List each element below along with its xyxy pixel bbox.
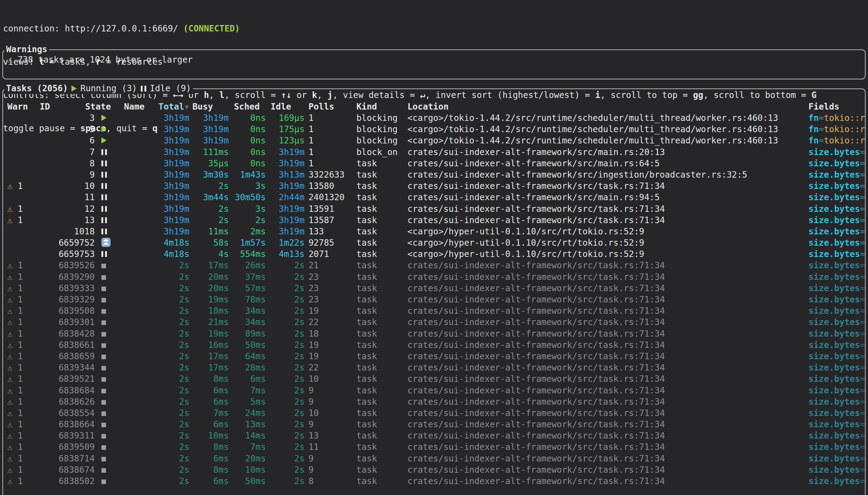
column-header-busy[interactable]: Busy: [193, 101, 213, 113]
task-idle-time: 2s: [271, 442, 304, 453]
task-fields: size.bytes=: [808, 192, 867, 203]
task-row[interactable]: ⚠ 1 6838664 2s 6ms 13ms 2s 9 task crates…: [3, 419, 865, 430]
column-header-sched[interactable]: Sched: [234, 101, 260, 113]
task-state: [101, 453, 120, 464]
task-total-time: 2s: [153, 476, 189, 487]
task-row[interactable]: ⚠ 1 6838428 2s 19ms 89ms 2s 18 task crat…: [3, 328, 865, 340]
task-fields: size.bytes=: [808, 158, 867, 169]
column-header-id[interactable]: ID: [40, 101, 50, 113]
task-idle-time: 3h19m: [271, 215, 304, 226]
task-row[interactable]: ⚠ 1 6839526 2s 17ms 26ms 2s 21 task crat…: [3, 260, 865, 271]
warning-triangle-icon: ⚠: [7, 55, 13, 65]
task-row[interactable]: ⚠ 5 3h19m 3h19m 0ns 175µs 1 blocking <ca…: [3, 124, 865, 135]
task-busy-time: 11ms: [193, 226, 229, 237]
task-row[interactable]: ⚠ 6659753 4m18s 4s 554ms 4m13s 2071 task…: [3, 249, 865, 260]
task-polls: 9: [308, 396, 354, 408]
task-fields: size.bytes=: [808, 294, 867, 306]
task-row[interactable]: ⚠ 1 6838659 2s 17ms 64ms 2s 19 task crat…: [3, 351, 865, 362]
task-location: crates/sui-indexer-alt-framework/src/tas…: [407, 430, 807, 442]
task-polls: 9: [308, 385, 354, 396]
task-kind: block_on: [356, 147, 407, 158]
task-row[interactable]: ⚠ 1 13 3h19m 2s 2s 3h19m 13587 task crat…: [3, 215, 865, 226]
task-sched-time: 7ms: [234, 385, 266, 396]
column-header-state[interactable]: State: [85, 101, 111, 113]
row-warning-count: 1: [18, 374, 23, 384]
column-header-polls[interactable]: Polls: [308, 101, 354, 113]
task-row[interactable]: ⚠ 1 6839521 2s 8ms 6ms 2s 10 task crates…: [3, 374, 865, 385]
task-location: <cargo>/tokio-1.44.2/src/runtime/schedul…: [407, 113, 807, 124]
task-idle-time: 123µs: [271, 135, 304, 147]
task-row[interactable]: ⚠ 3 3h19m 3h19m 0ns 169µs 1 blocking <ca…: [3, 113, 865, 124]
task-state: [101, 374, 120, 385]
task-state: [101, 464, 120, 476]
task-busy-time: 20ms: [193, 283, 229, 294]
task-busy-time: 2s: [193, 215, 229, 226]
task-row[interactable]: ⚠ 1 12 3h19m 2s 3s 3h19m 13591 task crat…: [3, 204, 865, 215]
task-row[interactable]: ⚠ 8 3h19m 35µs 0ns 3h19m 1 task crates/s…: [3, 158, 865, 169]
task-fields: fn=tokio::r: [808, 124, 867, 135]
task-state: [101, 272, 120, 283]
column-header-idle[interactable]: Idle: [271, 101, 291, 113]
woken-up-arrows-icon: [101, 238, 111, 247]
task-row[interactable]: ⚠ 1 6839508 2s 18ms 34ms 2s 19 task crat…: [3, 306, 865, 317]
task-idle-time: 2s: [271, 396, 304, 408]
task-id: 6838684: [37, 385, 95, 396]
row-warning-count: 1: [18, 340, 23, 350]
task-row[interactable]: ⚠ 1 6838502 2s 6ms 50ms 2s 8 task crates…: [3, 476, 865, 487]
task-state: [101, 396, 120, 408]
task-state: [101, 430, 120, 442]
row-warning-count: 1: [18, 442, 23, 452]
task-row[interactable]: ⚠ 1 6839333 2s 20ms 57ms 2s 23 task crat…: [3, 283, 865, 294]
stop-square-icon: [101, 411, 106, 416]
column-header-warn[interactable]: Warn: [7, 101, 28, 113]
task-busy-time: 8ms: [193, 442, 229, 453]
task-id: 12: [37, 204, 95, 215]
task-row[interactable]: ⚠ 11 3h19m 3m44s 30m50s 2h44m 2401320 ta…: [3, 192, 865, 203]
column-header-location[interactable]: Location: [407, 101, 807, 113]
task-sched-time: 20ms: [234, 453, 266, 464]
task-polls: 19: [308, 306, 354, 317]
task-row[interactable]: ⚠ 1 10 3h19m 2s 3s 3h19m 13580 task crat…: [3, 181, 865, 192]
task-row[interactable]: ⚠ 1 6838661 2s 16ms 50ms 2s 19 task crat…: [3, 340, 865, 351]
task-row[interactable]: ⚠ 7 3h19m 111ms 0ns 3h19m 1 block_on cra…: [3, 147, 865, 158]
task-row[interactable]: ⚠ 1 6838714 2s 6ms 20ms 2s 9 task crates…: [3, 453, 865, 464]
task-total-time: 2s: [153, 442, 189, 453]
column-header-kind[interactable]: Kind: [356, 101, 407, 113]
task-row[interactable]: ⚠ 1 6839290 2s 20ms 37ms 2s 23 task crat…: [3, 272, 865, 283]
task-row[interactable]: ⚠ 1 6838554 2s 7ms 24ms 2s 10 task crate…: [3, 408, 865, 419]
task-idle-time: 2s: [271, 306, 304, 317]
task-idle-time: 2s: [271, 340, 304, 351]
task-row[interactable]: ⚠ 1 6839311 2s 10ms 14ms 2s 13 task crat…: [3, 430, 865, 442]
task-location: crates/sui-indexer-alt-framework/src/tas…: [407, 283, 807, 294]
task-total-time: 2s: [153, 272, 189, 283]
task-idle-time: 2s: [271, 260, 304, 271]
task-row[interactable]: ⚠ 9 3h19m 3m30s 1m43s 3h13m 3322633 task…: [3, 169, 865, 181]
task-kind: task: [356, 204, 407, 215]
task-row[interactable]: ⚠ 1 6839509 2s 8ms 7ms 2s 11 task crates…: [3, 442, 865, 453]
column-header-name[interactable]: Name: [124, 101, 145, 113]
task-row[interactable]: ⚠ 1018 3h19m 11ms 2ms 3h19m 133 task <ca…: [3, 226, 865, 237]
task-sched-time: 50ms: [234, 476, 266, 487]
column-header-total-sorted[interactable]: Total▿: [153, 101, 189, 113]
warning-text: 738 tasks are 1024 bytes or larger: [18, 55, 193, 65]
task-row[interactable]: ⚠ 1 6838626 2s 6ms 5ms 2s 9 task crates/…: [3, 396, 865, 408]
task-sched-time: 2s: [234, 215, 266, 226]
task-row[interactable]: ⚠ 1 6839301 2s 21ms 34ms 2s 22 task crat…: [3, 317, 865, 328]
task-row[interactable]: ⚠ 1 6838684 2s 6ms 7ms 2s 9 task crates/…: [3, 385, 865, 396]
task-sched-time: 0ns: [234, 124, 266, 135]
task-idle-time: 3h19m: [271, 226, 304, 237]
task-row[interactable]: ⚠ 1 6838674 2s 8ms 10ms 2s 9 task crates…: [3, 464, 865, 476]
column-header-fields[interactable]: Fields: [808, 101, 867, 113]
task-id: 6838554: [37, 408, 95, 419]
task-row[interactable]: ⚠ 1 6839344 2s 17ms 28ms 2s 22 task crat…: [3, 362, 865, 374]
task-fields: size.bytes=: [808, 249, 867, 260]
task-idle-time: 2s: [271, 464, 304, 476]
task-fields: size.bytes=: [808, 453, 867, 464]
task-row[interactable]: ⚠ 6 3h19m 3h19m 0ns 123µs 1 blocking <ca…: [3, 135, 865, 147]
task-row[interactable]: ⚠ 6659752 4m18s 58s 1m57s 1m22s 92785 ta…: [3, 237, 865, 249]
task-row[interactable]: ⚠ 1 6839329 2s 19ms 78ms 2s 23 task crat…: [3, 294, 865, 306]
task-location: crates/sui-indexer-alt-framework/src/mai…: [407, 192, 807, 203]
play-icon: [101, 115, 106, 121]
task-id: 6839526: [37, 260, 95, 271]
task-location: crates/sui-indexer-alt-framework/src/tas…: [407, 306, 807, 317]
